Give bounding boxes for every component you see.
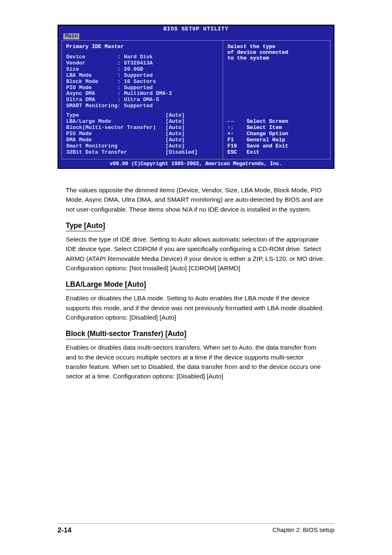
device-info-row: PIO Mode : Supported	[66, 85, 219, 91]
bios-option-row[interactable]: Block(Multi-sector Transfer) [Auto]	[66, 125, 219, 131]
keyhint-row: +- Change Option	[227, 131, 288, 137]
bios-option-row[interactable]: 32Bit Data Transfer [Disabled]	[66, 150, 219, 156]
chapter-label: Chapter 2: BIOS setup	[272, 526, 334, 534]
section-heading: Type [Auto]	[66, 220, 105, 231]
tab-main[interactable]: Main	[63, 33, 79, 39]
device-info-row: Size : 20.0GB	[66, 67, 219, 73]
bios-option-row[interactable]: Type [Auto]	[66, 113, 219, 119]
keyhint-row: F10 Save and Exit	[227, 143, 288, 150]
keyhint-row: ←→ Select Screen	[227, 119, 288, 125]
section-heading: LBA/Large Mode [Auto]	[66, 279, 146, 290]
device-info-row: Ultra DMA : Ultra DMA-5	[66, 97, 219, 103]
section-heading: Block (Multi-sector Transfer) [Auto]	[66, 328, 187, 339]
keyhint-row: F1 General Help	[227, 137, 288, 143]
bios-help-panel: Select the type of device connected to t…	[223, 40, 330, 159]
device-info-row: Device : Hard Disk	[66, 54, 219, 60]
device-info-row: Vendor : ST320413A	[66, 60, 219, 67]
keyhint-row: ↑↓ Select Item	[227, 125, 288, 131]
device-info-row: Block Mode : 16 Sectors	[66, 79, 219, 85]
keyhint-row: ESC Exit	[227, 150, 288, 156]
intro-paragraph: The values opposite the dimmed items (De…	[66, 185, 326, 214]
section-paragraph: Enables or disables the LBA mode. Settin…	[66, 293, 326, 322]
document-body: The values opposite the dimmed items (De…	[58, 185, 334, 381]
bios-setup-window: BIOS SETUP UTILITY Main Primary IDE Mast…	[58, 25, 334, 169]
bios-option-row[interactable]: DMA Mode [Auto]	[66, 137, 219, 143]
section-paragraph: Selects the type of IDE drive. Setting t…	[66, 235, 326, 273]
bios-option-row[interactable]: LBA/Large Mode [Auto]	[66, 119, 219, 125]
bios-option-row[interactable]: Smart Monitoring [Auto]	[66, 143, 219, 150]
bios-footer: v00.00 (C)Copyright 1985-2002, American …	[58, 161, 334, 168]
bios-option-row[interactable]: PIO Mode [Auto]	[66, 131, 219, 137]
page-number: 2-14	[58, 526, 71, 534]
bios-section-title: Primary IDE Master	[66, 44, 219, 50]
bios-help-text: Select the type of device connected to t…	[227, 44, 326, 62]
bios-left-panel: Primary IDE Master Device : Hard DiskVen…	[62, 40, 223, 159]
page-footer: 2-14 Chapter 2: BIOS setup	[58, 523, 334, 534]
device-info-row: LBA Mode : Supported	[66, 73, 219, 79]
bios-title: BIOS SETUP UTILITY	[58, 25, 334, 33]
device-info-row: SMART Monitoring: Supported	[66, 103, 219, 109]
device-info-row: Async DMA : MultiWord DMA-2	[66, 91, 219, 97]
bios-keyhints: ←→ Select Screen↑↓ Select Item+- Change …	[227, 119, 288, 156]
section-paragraph: Enables or disables data multi-sectors t…	[66, 343, 326, 381]
